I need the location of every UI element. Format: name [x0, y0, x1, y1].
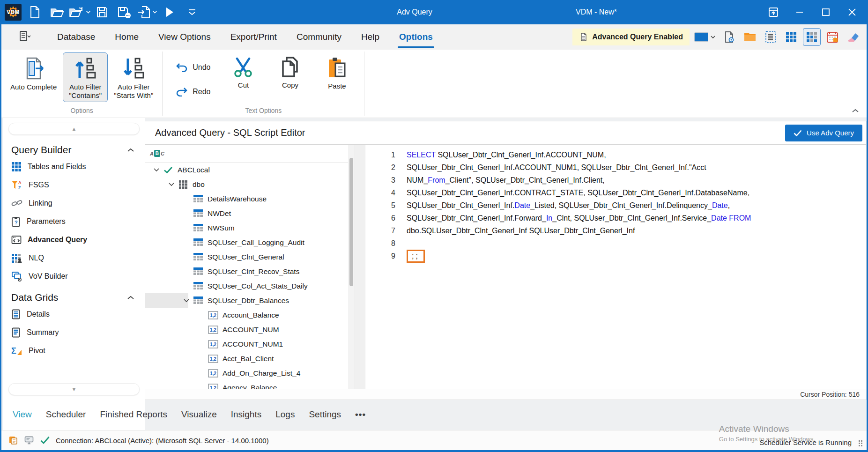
sidebar-item-tables-and-fields[interactable]: Tables and Fields	[3, 157, 145, 176]
tree-node-account-num[interactable]: 1,2ACCOUNT_NUM	[145, 322, 348, 337]
sidebar-item-linking[interactable]: Linking	[3, 194, 145, 212]
view-tab-settings[interactable]: Settings	[302, 409, 348, 420]
export-query-button[interactable]	[138, 3, 156, 22]
color-picker[interactable]	[694, 32, 716, 42]
tree-node-sqluser-col-act-stats-daily[interactable]: SQLUser_Col_Act_Stats_Daily	[145, 279, 348, 293]
expander-chevron-down-icon[interactable]	[151, 168, 162, 172]
close-button[interactable]	[839, 2, 865, 22]
collapse-section-icon[interactable]	[127, 295, 134, 300]
menu-tab-database[interactable]: Database	[47, 24, 105, 50]
expander-chevron-down-icon[interactable]	[166, 182, 177, 186]
tree-node-dbo[interactable]: dbo	[145, 177, 348, 192]
paste-button[interactable]: Paste	[314, 52, 359, 93]
auto-complete-button[interactable]: Auto Complete	[6, 52, 61, 94]
tree-node-account-balance[interactable]: 1,2Account_Balance	[145, 308, 348, 322]
sidebar-item-vov-builder[interactable]: VoV Builder	[3, 267, 145, 285]
collapse-ribbon-icon[interactable]	[852, 108, 859, 113]
copy-button[interactable]: Copy	[267, 52, 312, 92]
tree-node-acct-bal-client[interactable]: 1,2Acct_Bal_Client	[145, 351, 348, 366]
summary-doc-icon	[11, 327, 21, 338]
code-text: SQLUser_Dbtr_Clnt_Generl_Inf.Date_Listed…	[395, 199, 730, 212]
collapse-section-icon[interactable]	[127, 148, 134, 152]
page-settings-button[interactable]	[720, 28, 738, 46]
open-folder-button[interactable]	[48, 3, 67, 22]
run-button[interactable]	[160, 3, 179, 22]
sidebar-item-details[interactable]: Details	[3, 305, 145, 323]
menu-tab-view-options[interactable]: View Options	[148, 24, 221, 50]
auto-filter-contains-button[interactable]: Auto Filter"Contains"	[63, 52, 108, 102]
menu-tab-help[interactable]: Help	[351, 24, 389, 50]
filter-down-icon	[122, 57, 145, 80]
grid-views-button[interactable]	[782, 28, 800, 46]
menu-tab-home[interactable]: Home	[105, 24, 148, 50]
view-tab-insights[interactable]: Insights	[224, 409, 268, 420]
paste-icon	[327, 57, 347, 79]
match-case-icon[interactable]: ABC	[150, 150, 164, 157]
menu-tab-community[interactable]: Community	[287, 24, 351, 50]
tree-scrollbar[interactable]	[348, 145, 355, 389]
tree-scrollbar-thumb[interactable]	[349, 158, 353, 286]
tree-node-sqluser-call-logging-audit[interactable]: SQLUser_Call_Logging_Audit	[145, 235, 348, 250]
tree-node-add-on-charge-list-4[interactable]: 1,2Add_On_Charge_List_4	[145, 366, 348, 380]
maximize-button[interactable]	[813, 2, 839, 22]
sidebar-item-nlq[interactable]: NLQ	[3, 249, 145, 267]
panel-splitter[interactable]	[355, 145, 365, 389]
sidebar-item-summary[interactable]: Summary	[3, 323, 145, 341]
dock-window-button[interactable]	[760, 2, 786, 22]
eraser-button[interactable]	[844, 28, 862, 46]
sidebar-scroll-up[interactable]: ▲	[8, 123, 140, 135]
view-tab-more[interactable]: •••	[348, 409, 373, 420]
tree-node-sqluser-clnt-general[interactable]: SQLUser_Clnt_General	[145, 250, 348, 264]
expander-chevron-down-icon[interactable]	[181, 298, 192, 303]
advanced-query-enabled-badge[interactable]: Advanced Query Enabled	[572, 29, 690, 45]
main-area: ▲ Query BuilderTables and FieldsAZFSGSLi…	[1, 118, 867, 430]
sidebar-item-advanced-query[interactable]: Advanced Query	[3, 230, 145, 249]
tree-node-abclocal[interactable]: ABCLocal	[145, 163, 348, 177]
view-tab-visualize[interactable]: Visualize	[174, 409, 224, 420]
menu-tab-export-print[interactable]: Export/Print	[221, 24, 287, 50]
resize-grip[interactable]	[858, 440, 863, 446]
menu-tab-options[interactable]: Options	[389, 24, 443, 50]
calendar-button[interactable]	[823, 28, 841, 46]
menu-list-icon[interactable]	[15, 28, 34, 46]
cut-button[interactable]: Cut	[221, 52, 266, 92]
view-tab-logs[interactable]: Logs	[268, 409, 302, 420]
sidebar-item-label: Linking	[29, 199, 52, 207]
copy-icon	[280, 57, 300, 78]
sidebar-item-parameters[interactable]: ?Parameters	[3, 212, 145, 230]
line-number: 2	[365, 161, 395, 174]
sidebar-item-pivot[interactable]: ΣPivot	[3, 341, 145, 360]
scheduler-status-label: Scheduler Service is Running	[759, 438, 852, 446]
view-tab-finished-reports[interactable]: Finished Reports	[93, 409, 174, 420]
editor-status-strip: Cursor Position: 516	[145, 389, 866, 400]
view-tab-scheduler[interactable]: Scheduler	[39, 409, 93, 420]
sidebar-scroll-down[interactable]: ▼	[8, 383, 140, 395]
tree-node-sqluser-dbtr-balances[interactable]: SQLUser_Dbtr_Balances	[145, 293, 348, 308]
grid-views-selected-button[interactable]	[803, 28, 821, 46]
report-list-button[interactable]	[762, 28, 779, 46]
undo-button[interactable]: Undo	[173, 61, 213, 74]
view-tab-view[interactable]: View	[13, 409, 39, 420]
cursor-position-label: Cursor Position: 516	[800, 391, 860, 398]
tree-node-detailswarehouse[interactable]: DetailsWarehouse	[145, 192, 348, 206]
sql-code-editor[interactable]: 1SELECT SQLUser_Dbtr_Clnt_Generl_Inf.ACC…	[365, 145, 866, 389]
save-as-button[interactable]	[115, 3, 134, 22]
save-button[interactable]	[93, 3, 111, 22]
folder-button[interactable]	[741, 28, 759, 46]
auto-filter-starts-with-button[interactable]: Auto Filter"Starts With"	[110, 52, 157, 102]
tree-node-account-num1[interactable]: 1,2ACCOUNT_NUM1	[145, 337, 348, 351]
sidebar-item-fsgs[interactable]: AZFSGS	[3, 176, 145, 194]
open-recent-button[interactable]	[70, 3, 89, 22]
tree-node-sqluser-clnt-recov-stats[interactable]: SQLUser_Clnt_Recov_Stats	[145, 264, 348, 279]
collapse-toolbar-button[interactable]	[183, 3, 201, 22]
undo-label: Undo	[193, 63, 210, 72]
tree-node-nwdet[interactable]: NWDet	[145, 206, 348, 221]
tree-node-nwsum[interactable]: NWSum	[145, 221, 348, 235]
use-adv-query-button[interactable]: Use Adv Query	[785, 125, 862, 141]
sidebar-item-label: Summary	[27, 328, 59, 337]
redo-button[interactable]: Redo	[173, 85, 213, 98]
new-file-button[interactable]	[25, 3, 44, 22]
minimize-button[interactable]	[786, 2, 813, 22]
vdm-logo-icon[interactable]: ⚙ VDM	[5, 4, 22, 21]
tree-node-agency-balance[interactable]: 1,2Agency_Balance	[145, 380, 348, 389]
